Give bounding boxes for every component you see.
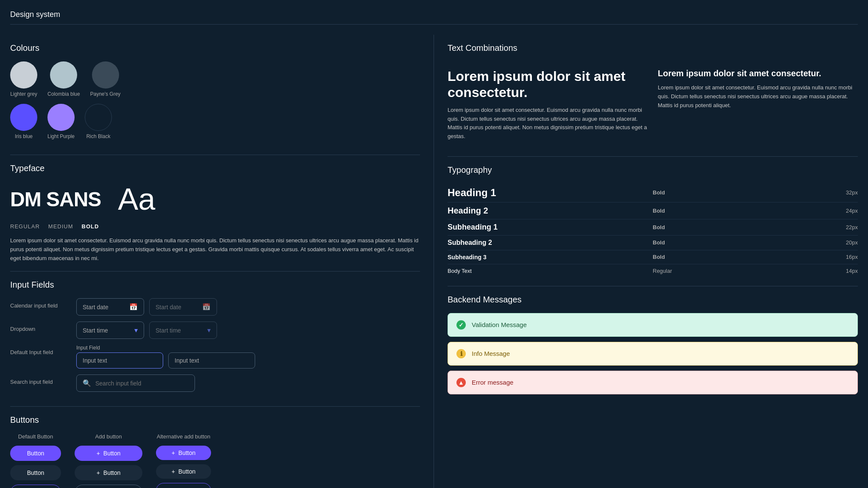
info-message: ℹ Info Message xyxy=(448,342,858,366)
typo-h1-name: Heading 1 xyxy=(448,187,653,199)
default-input-field-2[interactable] xyxy=(175,357,249,364)
search-input-label: Search input field xyxy=(10,374,70,385)
dropdown-label: Dropdown xyxy=(10,322,70,332)
dropdown-2[interactable]: Start time ▾ xyxy=(149,322,217,339)
typo-h2-name: Heading 2 xyxy=(448,206,653,216)
color-label-lighter-grey: Lighter grey xyxy=(10,91,37,97)
typo-h2-size: 24px xyxy=(755,208,858,214)
typo-subh2-name: Subheading 2 xyxy=(448,239,653,247)
color-item-light-purple: Light Purple xyxy=(47,104,75,139)
default-input-field-1[interactable] xyxy=(83,357,157,364)
calendar-input-2[interactable]: Start date 📅 xyxy=(149,298,217,316)
color-swatch-colombia-blue xyxy=(50,61,77,89)
validation-icon: ✓ xyxy=(456,320,466,330)
plus-icon-1: + xyxy=(97,450,100,457)
color-label-iris-blue: Iris blue xyxy=(15,133,33,139)
calendar-placeholder-2: Start date xyxy=(156,304,199,311)
color-label-rich-black: Rich Black xyxy=(86,133,111,139)
typeface-name: DM SANS xyxy=(10,188,101,211)
alt-btn-outline-purple[interactable]: + Button xyxy=(156,483,211,488)
default-input-2[interactable] xyxy=(168,352,255,369)
default-button-group-label: Default Button xyxy=(18,433,53,440)
default-input-1[interactable] xyxy=(76,352,163,369)
colours-section-title: Colours xyxy=(10,43,420,53)
weight-medium: MEDIUM xyxy=(48,223,73,230)
text-combo-heading-medium: Lorem ipsum dolor sit amet consectetur. xyxy=(658,68,858,78)
dropdown-placeholder-1: Start time xyxy=(83,327,108,334)
typo-h2-weight: Bold xyxy=(653,208,755,214)
dropdown-row: Dropdown Start time ▾ Start time ▾ xyxy=(10,322,420,339)
typo-h1-weight: Bold xyxy=(653,189,755,196)
search-field[interactable]: 🔍 xyxy=(76,374,195,392)
default-button-group: Default Button Button Button Button Butt… xyxy=(10,433,61,488)
input-fields-section-title: Input Fields xyxy=(10,280,420,290)
default-btn-dark[interactable]: Button xyxy=(10,465,61,480)
calendar-input-1[interactable]: Start date 📅 xyxy=(76,298,144,316)
color-swatch-iris-blue xyxy=(10,104,37,131)
add-btn-outline-1[interactable]: + Button xyxy=(75,485,142,488)
typo-subh2-weight: Bold xyxy=(653,239,755,246)
color-swatch-paynes-grey xyxy=(92,61,119,89)
typeface-sample: Aa xyxy=(118,182,155,216)
color-swatch-rich-black xyxy=(85,104,112,131)
input-field-sublabel: Input Field xyxy=(76,345,255,351)
plus-icon-alt-2: + xyxy=(172,468,175,475)
typo-subh3-weight: Bold xyxy=(653,254,755,260)
typo-row-subh3: Subheading 3 Bold 16px xyxy=(448,250,858,264)
error-icon: ▲ xyxy=(456,378,466,387)
add-btn-primary[interactable]: + Button xyxy=(75,446,142,461)
typeface-section-title: Typeface xyxy=(10,164,420,173)
calendar-icon-2: 📅 xyxy=(202,303,211,311)
add-btn-dark[interactable]: + Button xyxy=(75,465,142,480)
alt-btn-dark[interactable]: + Button xyxy=(156,464,211,479)
search-icon: 🔍 xyxy=(83,379,91,387)
default-btn-outline-purple[interactable]: Button xyxy=(10,485,61,488)
calendar-label: Calendar input field xyxy=(10,298,70,309)
add-button-group-label: Add button xyxy=(95,433,122,440)
validation-message: ✓ Validation Message xyxy=(448,313,858,337)
typography-section-title: Typography xyxy=(448,165,858,175)
color-item-iris-blue: Iris blue xyxy=(10,104,37,139)
typo-subh2-size: 20px xyxy=(755,239,858,246)
text-combo-heading-large: Lorem ipsum dolor sit amet consectetur. xyxy=(448,68,648,101)
typo-body-size: 14px xyxy=(755,268,858,274)
color-item-colombia-blue: Colombia blue xyxy=(47,61,80,97)
color-label-light-purple: Light Purple xyxy=(47,133,75,139)
weight-regular: REGULAR xyxy=(10,223,40,230)
color-item-paynes-grey: Payne's Grey xyxy=(90,61,121,97)
chevron-down-icon-1: ▾ xyxy=(134,326,138,334)
error-message: ▲ Error message xyxy=(448,371,858,394)
color-swatch-lighter-grey xyxy=(10,61,37,89)
chevron-down-icon-2: ▾ xyxy=(207,326,211,334)
calendar-icon-1: 📅 xyxy=(129,303,138,311)
text-combinations-section-title: Text Combinations xyxy=(448,43,858,53)
color-item-rich-black: Rich Black xyxy=(85,104,112,139)
page-title: Design system xyxy=(10,10,858,25)
typo-row-subh1: Subheading 1 Bold 22px xyxy=(448,219,858,236)
plus-icon-2: + xyxy=(97,469,100,476)
dropdown-placeholder-2: Start time xyxy=(156,327,181,334)
weight-bold: BOLD xyxy=(82,223,99,230)
alt-btn-primary[interactable]: + Button xyxy=(156,446,211,460)
typo-subh1-name: Subheading 1 xyxy=(448,223,653,232)
validation-message-text: Validation Message xyxy=(472,321,527,328)
typo-h1-size: 32px xyxy=(755,189,858,196)
alt-add-button-group-label: Alternative add button xyxy=(157,433,210,440)
dropdown-1[interactable]: Start time ▾ xyxy=(76,322,144,339)
default-input-label: Default Input field xyxy=(10,345,70,355)
default-input-row: Default Input field Input Field xyxy=(10,345,420,369)
search-input[interactable] xyxy=(95,380,189,387)
typo-subh1-size: 22px xyxy=(755,224,858,230)
typo-body-weight: Regular xyxy=(653,268,755,274)
color-item-lighter-grey: Lighter grey xyxy=(10,61,37,97)
search-input-row: Search input field 🔍 xyxy=(10,374,420,392)
info-icon: ℹ xyxy=(456,349,466,358)
calendar-placeholder-1: Start date xyxy=(83,304,126,311)
typo-row-h2: Heading 2 Bold 24px xyxy=(448,202,858,219)
default-btn-primary[interactable]: Button xyxy=(10,446,61,461)
alt-add-button-group: Alternative add button + Button + Button… xyxy=(156,433,211,488)
info-message-text: Info Message xyxy=(472,350,510,357)
text-combo-large: Lorem ipsum dolor sit amet consectetur. … xyxy=(448,61,648,148)
typo-row-body: Body Text Regular 14px xyxy=(448,264,858,277)
typeface-body-text: Lorem ipsum dolor sit amet consectetur. … xyxy=(10,236,420,263)
